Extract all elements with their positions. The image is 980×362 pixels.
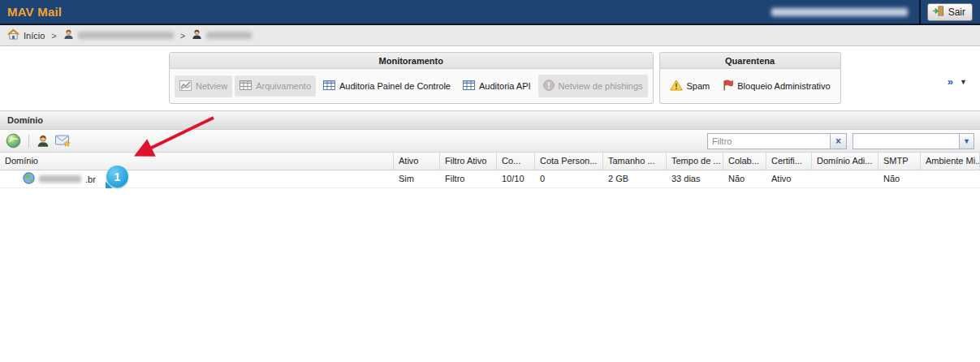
bloqueio-administrativo-button[interactable]: Bloqueio Administrativo (717, 75, 835, 97)
ribbon: Monitoramento Netview (0, 46, 980, 111)
domain-suffix: .br (85, 175, 96, 184)
column-header-colab[interactable]: Colab... (723, 153, 766, 170)
home-icon (7, 29, 19, 41)
breadcrumb-client-redacted (206, 32, 252, 39)
cell-ambiente-mi (921, 170, 980, 187)
user-icon[interactable] (37, 135, 50, 148)
combo-chevron-button[interactable]: ▼ (959, 133, 974, 149)
spam-button[interactable]: Spam (665, 75, 715, 97)
chevron-down-icon: ▼ (960, 78, 967, 86)
group-quarentena: Quarentena Spam Bloqueio Administrati (659, 52, 841, 104)
mail-star-icon[interactable] (55, 135, 71, 148)
breadcrumb-separator: > (51, 31, 56, 41)
netview-phishings-button: Netview de phishings (538, 75, 648, 97)
group-monitoramento-body: Netview Arquivamento (170, 69, 653, 103)
warning-triangle-icon (670, 80, 683, 93)
column-header-filtro-ativo[interactable]: Filtro Ativo (440, 153, 497, 170)
group-quarentena-title: Quarentena (660, 53, 840, 69)
panel-title: Domínio (7, 115, 43, 125)
auditoria-api-button[interactable]: Auditoria API (458, 75, 536, 97)
top-bar-right: Sair (771, 0, 973, 24)
table-icon (323, 80, 335, 92)
arquivamento-button: Arquivamento (235, 75, 316, 97)
cell-colab: Não (723, 170, 766, 187)
cell-filtro-ativo: Filtro (440, 170, 497, 187)
cell-dominio-adi (812, 170, 879, 187)
breadcrumb-home[interactable]: Início (7, 29, 45, 41)
domain-table-row[interactable]: .br Sim Filtro 10/10 0 2 GB 33 dias Não … (0, 170, 980, 188)
breadcrumb-separator: > (180, 31, 185, 41)
filter-clear-button[interactable]: × (830, 133, 847, 149)
column-header-ativo[interactable]: Ativo (394, 153, 440, 170)
cell-certifi: Ativo (766, 170, 812, 187)
top-bar: MAV Mail Sair (0, 0, 980, 25)
person-icon (63, 29, 74, 41)
toolbar-right: × ▼ (707, 133, 974, 149)
table-icon (240, 80, 252, 92)
column-header-tempo-de[interactable]: Tempo de ... (667, 153, 723, 170)
person-icon (192, 29, 202, 41)
logout-door-icon (932, 6, 944, 19)
toolbar-separator (28, 135, 29, 148)
logout-button[interactable]: Sair (927, 3, 973, 21)
column-header-certifi[interactable]: Certifi... (766, 153, 812, 170)
annotation-step-badge: 1 (106, 166, 128, 187)
netview-phishings-label: Netview de phishings (559, 81, 643, 91)
panel-title-bar: Domínio (0, 111, 980, 130)
column-header-co[interactable]: Co... (497, 153, 535, 170)
line-chart-icon (179, 80, 192, 93)
top-bar-divider (919, 0, 921, 24)
cell-cota-person: 0 (535, 170, 603, 187)
breadcrumb: Início > > (0, 25, 980, 46)
breadcrumb-client[interactable] (192, 29, 252, 41)
user-email-redacted (771, 8, 908, 16)
globe-icon (23, 172, 35, 186)
filter-group: × (707, 133, 847, 149)
auditoria-painel-label: Auditoria Painel de Controle (339, 81, 451, 91)
add-domain-globe-icon[interactable] (6, 133, 21, 149)
app-title: MAV Mail (7, 5, 62, 19)
cell-tamanho: 2 GB (603, 170, 667, 187)
grid-header-row: Domínio Ativo Filtro Ativo Co... Cota Pe… (0, 153, 980, 170)
breadcrumb-reseller[interactable] (63, 29, 174, 41)
double-chevron-icon: » (948, 75, 953, 88)
arquivamento-label: Arquivamento (256, 81, 311, 91)
cell-ativo: Sim (394, 170, 440, 187)
cell-tempo-de: 33 dias (667, 170, 723, 187)
bloqueio-administrativo-label: Bloqueio Administrativo (737, 81, 830, 91)
cell-smtp: Não (879, 170, 921, 187)
domain-combo: ▼ (853, 133, 974, 149)
column-header-dominio-adi[interactable]: Domínio Adi... (812, 153, 879, 170)
column-header-cota-person[interactable]: Cota Person... (535, 153, 603, 170)
flag-icon (722, 80, 733, 93)
domain-name-redacted (39, 175, 81, 183)
auditoria-api-label: Auditoria API (479, 81, 531, 91)
alert-circle-icon (543, 80, 555, 93)
auditoria-painel-button[interactable]: Auditoria Painel de Controle (318, 75, 455, 97)
logout-label: Sair (948, 6, 965, 18)
netview-label: Netview (196, 81, 227, 91)
ribbon-expander[interactable]: » ▼ (948, 75, 967, 88)
spam-label: Spam (687, 81, 710, 91)
column-header-smtp[interactable]: SMTP (879, 153, 921, 170)
combo-input[interactable] (853, 133, 960, 149)
annotation-step-number: 1 (114, 170, 121, 183)
column-header-tamanho[interactable]: Tamanho ... (603, 153, 667, 170)
mav-mail-admin-page: MAV Mail Sair Início > (0, 0, 980, 362)
domain-toolbar: × ▼ (0, 130, 980, 153)
cell-co: 10/10 (497, 170, 535, 187)
group-monitoramento: Monitoramento Netview (169, 52, 654, 104)
group-monitoramento-title: Monitoramento (170, 53, 653, 69)
column-header-dominio[interactable]: Domínio (0, 153, 394, 170)
breadcrumb-reseller-redacted (78, 32, 174, 39)
table-icon (463, 80, 475, 92)
breadcrumb-home-label: Início (24, 31, 45, 41)
column-header-ambiente-mi[interactable]: Ambiente Mi... (921, 153, 980, 170)
filter-input[interactable] (707, 133, 831, 149)
netview-button: Netview (175, 75, 232, 97)
domain-cell: .br (0, 170, 394, 187)
grid-empty-area (0, 188, 980, 360)
group-quarentena-body: Spam Bloqueio Administrativo (660, 69, 840, 103)
